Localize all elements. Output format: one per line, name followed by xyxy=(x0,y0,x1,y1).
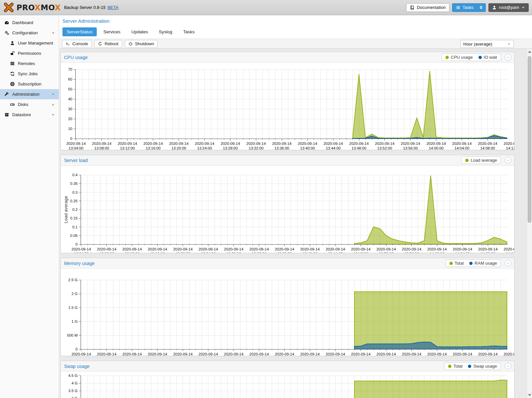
sidebar-item-disks[interactable]: Disks xyxy=(0,99,59,110)
collapse-panel-button[interactable]: − xyxy=(505,260,511,266)
user-menu-button[interactable]: root@pam xyxy=(488,3,529,12)
legend-dot xyxy=(468,365,471,368)
svg-text:Load average: Load average xyxy=(63,196,68,223)
legend-dot xyxy=(448,365,451,368)
power-icon xyxy=(128,42,133,46)
cpu-chart: 0102030405060702020-09-1413:04:002020-09… xyxy=(61,63,514,150)
panel-title: Swap usage xyxy=(64,364,89,369)
expand-down-icon[interactable] xyxy=(51,92,55,96)
sidebar-item-user-management[interactable]: User Management xyxy=(0,38,59,48)
shutdown-button[interactable]: Shutdown xyxy=(125,40,158,48)
svg-text:70: 70 xyxy=(68,67,72,71)
legend-dot xyxy=(469,262,473,265)
svg-text:2020-09-14: 2020-09-14 xyxy=(275,247,294,251)
tab-strip: ServerStatusServicesUpdatesSyslogTasks xyxy=(62,27,201,37)
svg-text:2020-09-14: 2020-09-14 xyxy=(452,142,472,146)
svg-text:0.4: 0.4 xyxy=(72,173,78,177)
tachometer-icon xyxy=(4,20,9,25)
svg-text:2020-09-14: 2020-09-14 xyxy=(224,247,243,251)
sync-icon xyxy=(10,71,15,76)
collapse-panel-button[interactable]: − xyxy=(505,363,511,369)
expand-down-icon[interactable] xyxy=(51,113,55,117)
svg-text:14:04:00: 14:04:00 xyxy=(454,146,469,150)
toolbar: Console Reboot Shutdown Hour (average) xyxy=(59,39,532,49)
svg-text:13:24:00: 13:24:00 xyxy=(201,252,216,253)
vertical-scrollbar[interactable] xyxy=(527,49,532,398)
page-title: Server Administration xyxy=(62,18,110,24)
svg-text:2020-09-14: 2020-09-14 xyxy=(169,142,189,146)
proxmox-logo-icon xyxy=(3,2,14,13)
svg-text:2020-09-14: 2020-09-14 xyxy=(224,352,243,356)
panel-header: Server loadLoad average− xyxy=(61,155,514,166)
svg-text:50: 50 xyxy=(68,87,72,91)
sidebar-item-configuration[interactable]: Configuration xyxy=(0,28,59,38)
svg-text:13:52:00: 13:52:00 xyxy=(379,252,394,253)
beta-link[interactable]: BETA xyxy=(108,5,119,10)
tab-syslog[interactable]: Syslog xyxy=(155,27,177,36)
main-content: Server Administration ServerStatusServic… xyxy=(59,16,532,398)
svg-text:13:32:00: 13:32:00 xyxy=(252,252,266,253)
reboot-button[interactable]: Reboot xyxy=(94,40,122,48)
chevron-down-icon xyxy=(521,6,525,9)
svg-text:14:08:00: 14:08:00 xyxy=(480,146,495,150)
svg-text:2020-09-14: 2020-09-14 xyxy=(148,247,167,251)
tab-updates[interactable]: Updates xyxy=(127,27,152,36)
sidebar-item-label: Remotes xyxy=(18,61,35,66)
svg-text:13:44:00: 13:44:00 xyxy=(328,252,343,253)
sidebar-item-remotes[interactable]: Remotes xyxy=(0,58,59,69)
svg-text:0: 0 xyxy=(76,242,78,246)
svg-text:0.2: 0.2 xyxy=(72,208,78,212)
tasks-label: Tasks xyxy=(463,5,474,10)
chart-legend: TotalSwap usage xyxy=(444,362,501,370)
legend-label: CPU usage xyxy=(451,55,473,60)
panel-title: Server load xyxy=(64,158,88,163)
svg-text:13:44:00: 13:44:00 xyxy=(326,146,341,150)
svg-text:2020-09-14: 2020-09-14 xyxy=(246,142,266,146)
svg-text:0.15: 0.15 xyxy=(70,216,78,220)
tab-serverstatus[interactable]: ServerStatus xyxy=(62,27,97,36)
tasks-button[interactable]: Tasks 0 xyxy=(452,3,486,12)
expand-down-icon[interactable] xyxy=(51,31,55,35)
documentation-button[interactable]: Documentation xyxy=(406,3,449,12)
expand-right-icon[interactable] xyxy=(51,103,55,107)
scroll-thumb[interactable] xyxy=(528,56,531,223)
chart-body: 00.050.10.150.20.250.30.350.42020-09-141… xyxy=(61,166,514,253)
collapse-panel-button[interactable]: − xyxy=(505,157,511,163)
collapse-panel-button[interactable]: − xyxy=(505,54,511,60)
archive-icon xyxy=(4,112,9,117)
svg-text:14:00:00: 14:00:00 xyxy=(430,252,444,253)
svg-text:13:12:00: 13:12:00 xyxy=(125,252,140,253)
svg-text:2020-09-14: 2020-09-14 xyxy=(376,352,396,356)
brand-text: PROXMOX xyxy=(17,3,61,12)
sidebar-item-datastore[interactable]: Datastore xyxy=(0,110,59,120)
legend-label: Total xyxy=(453,364,462,369)
legend-entry: Swap usage xyxy=(468,364,497,369)
svg-text:30: 30 xyxy=(68,107,72,111)
svg-text:2020-09-14: 2020-09-14 xyxy=(148,352,167,356)
sidebar-item-permissions[interactable]: Permissions xyxy=(0,48,59,58)
unlock-icon xyxy=(10,51,15,56)
svg-text:13:08:00: 13:08:00 xyxy=(99,252,114,253)
sidebar-item-administration[interactable]: Administration xyxy=(0,89,59,99)
svg-text:13:20:00: 13:20:00 xyxy=(171,146,186,150)
sidebar-item-label: Datastore xyxy=(12,112,31,117)
tab-services[interactable]: Services xyxy=(99,27,125,36)
legend-dot xyxy=(479,56,482,59)
svg-text:13:28:00: 13:28:00 xyxy=(223,146,238,150)
user-icon xyxy=(10,41,15,46)
user-icon xyxy=(492,5,497,10)
scroll-down-arrow[interactable] xyxy=(528,394,531,396)
svg-text:2020-09-14: 2020-09-14 xyxy=(97,352,116,356)
console-button[interactable]: Console xyxy=(62,40,92,48)
scroll-up-arrow[interactable] xyxy=(528,50,531,53)
load-chart: 00.050.10.150.20.250.30.350.42020-09-141… xyxy=(61,166,514,253)
timeframe-select[interactable]: Hour (average) xyxy=(460,40,514,48)
svg-text:2020-09-14: 2020-09-14 xyxy=(249,247,269,251)
svg-text:2020-09-14: 2020-09-14 xyxy=(426,142,446,146)
sidebar-item-sync-jobs[interactable]: Sync Jobs xyxy=(0,69,59,79)
sidebar-item-dashboard[interactable]: Dashboard xyxy=(0,17,59,28)
tab-tasks[interactable]: Tasks xyxy=(179,27,199,36)
sidebar-item-subscription[interactable]: Subscription xyxy=(0,79,59,89)
svg-text:3 G: 3 G xyxy=(71,396,78,398)
svg-text:2020-09-14: 2020-09-14 xyxy=(66,142,86,146)
